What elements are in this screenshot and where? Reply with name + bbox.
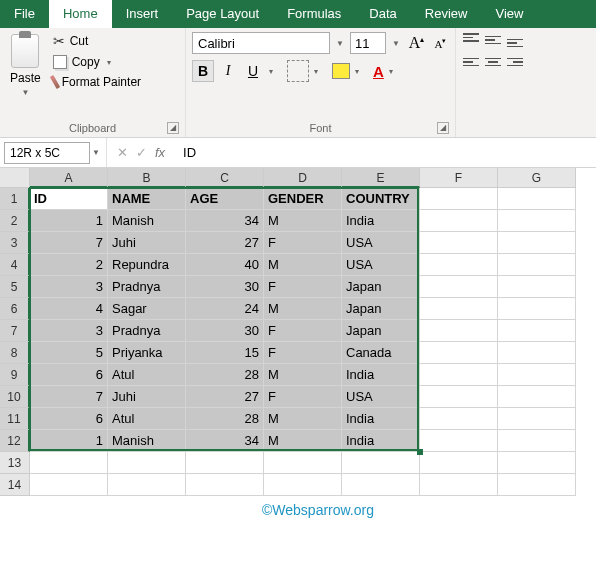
cell[interactable]: 34 — [186, 430, 264, 452]
cell[interactable]: Pradnya — [108, 320, 186, 342]
column-header[interactable]: G — [498, 168, 576, 188]
fill-color-button[interactable] — [332, 63, 350, 79]
format-painter-button[interactable]: Format Painter — [51, 74, 143, 90]
chevron-down-icon[interactable]: ▼ — [90, 148, 102, 157]
cell[interactable] — [498, 474, 576, 496]
align-middle-button[interactable] — [484, 32, 502, 48]
cell[interactable]: F — [264, 276, 342, 298]
align-top-button[interactable] — [462, 32, 480, 48]
cell[interactable]: 34 — [186, 210, 264, 232]
tab-formulas[interactable]: Formulas — [273, 0, 355, 28]
cell[interactable]: 40 — [186, 254, 264, 276]
column-header[interactable]: D — [264, 168, 342, 188]
cell[interactable]: India — [342, 408, 420, 430]
cell[interactable] — [498, 452, 576, 474]
fill-handle[interactable] — [417, 449, 423, 455]
cell[interactable] — [420, 474, 498, 496]
fx-icon[interactable]: fx — [155, 145, 165, 160]
italic-button[interactable]: I — [217, 60, 239, 82]
column-header[interactable]: F — [420, 168, 498, 188]
cell[interactable] — [30, 474, 108, 496]
tab-file[interactable]: File — [0, 0, 49, 28]
chevron-down-icon[interactable]: ▾ — [312, 67, 320, 76]
cell[interactable] — [420, 232, 498, 254]
row-header[interactable]: 4 — [0, 254, 30, 276]
copy-button[interactable]: Copy ▾ — [51, 54, 143, 70]
cell[interactable] — [498, 408, 576, 430]
tab-view[interactable]: View — [481, 0, 537, 28]
cell[interactable]: Japan — [342, 276, 420, 298]
cell[interactable] — [186, 452, 264, 474]
cell[interactable]: India — [342, 430, 420, 452]
cell[interactable] — [498, 386, 576, 408]
cell[interactable]: Sagar — [108, 298, 186, 320]
row-header[interactable]: 10 — [0, 386, 30, 408]
cell[interactable]: Atul — [108, 364, 186, 386]
cell[interactable]: F — [264, 320, 342, 342]
cell[interactable]: Japan — [342, 320, 420, 342]
cell[interactable] — [342, 474, 420, 496]
cell[interactable]: USA — [342, 386, 420, 408]
cell[interactable]: 30 — [186, 320, 264, 342]
cell[interactable]: Repundra — [108, 254, 186, 276]
cell[interactable] — [420, 408, 498, 430]
cell[interactable]: 7 — [30, 386, 108, 408]
select-all-corner[interactable] — [0, 168, 30, 188]
cell[interactable] — [264, 474, 342, 496]
cell[interactable] — [186, 474, 264, 496]
cell[interactable] — [498, 298, 576, 320]
cell[interactable] — [498, 210, 576, 232]
dialog-launcher-icon[interactable]: ◢ — [437, 122, 449, 134]
align-right-button[interactable] — [506, 54, 524, 70]
cell[interactable] — [498, 430, 576, 452]
formula-accept-icon[interactable]: ✓ — [136, 145, 147, 160]
row-header[interactable]: 6 — [0, 298, 30, 320]
cell[interactable]: India — [342, 210, 420, 232]
font-name-input[interactable] — [192, 32, 330, 54]
dialog-launcher-icon[interactable]: ◢ — [167, 122, 179, 134]
cell[interactable] — [420, 210, 498, 232]
cut-button[interactable]: ✂ Cut — [51, 32, 143, 50]
chevron-down-icon[interactable]: ▼ — [334, 39, 346, 48]
cell[interactable]: 27 — [186, 232, 264, 254]
cell[interactable]: 4 — [30, 298, 108, 320]
paste-button[interactable]: Paste ▼ — [6, 32, 45, 99]
cell[interactable]: 15 — [186, 342, 264, 364]
chevron-down-icon[interactable]: ▾ — [387, 67, 395, 76]
cell[interactable] — [264, 452, 342, 474]
chevron-down-icon[interactable]: ▾ — [267, 67, 275, 76]
cell[interactable]: Canada — [342, 342, 420, 364]
cell[interactable]: COUNTRY — [342, 188, 420, 210]
row-header[interactable]: 8 — [0, 342, 30, 364]
cell[interactable] — [420, 276, 498, 298]
cell[interactable]: 3 — [30, 276, 108, 298]
cell[interactable] — [108, 452, 186, 474]
cell[interactable]: 2 — [30, 254, 108, 276]
tab-home[interactable]: Home — [49, 0, 112, 28]
cell[interactable]: 1 — [30, 430, 108, 452]
cell[interactable]: Japan — [342, 298, 420, 320]
column-header[interactable]: B — [108, 168, 186, 188]
cell[interactable]: Juhi — [108, 232, 186, 254]
cell[interactable]: 7 — [30, 232, 108, 254]
cell[interactable]: India — [342, 364, 420, 386]
formula-cancel-icon[interactable]: ✕ — [117, 145, 128, 160]
cell[interactable] — [420, 320, 498, 342]
cell[interactable] — [420, 364, 498, 386]
cell[interactable] — [498, 254, 576, 276]
cell[interactable]: Atul — [108, 408, 186, 430]
row-header[interactable]: 11 — [0, 408, 30, 430]
cell[interactable]: 28 — [186, 364, 264, 386]
cell-grid[interactable]: IDNAMEAGEGENDERCOUNTRY1Manish34MIndia7Ju… — [30, 188, 576, 496]
borders-button[interactable] — [287, 60, 309, 82]
cell[interactable]: Pradnya — [108, 276, 186, 298]
cell[interactable]: USA — [342, 254, 420, 276]
cell[interactable]: M — [264, 210, 342, 232]
cell[interactable] — [30, 452, 108, 474]
cell[interactable] — [108, 474, 186, 496]
row-header[interactable]: 14 — [0, 474, 30, 496]
row-header[interactable]: 7 — [0, 320, 30, 342]
column-header[interactable]: C — [186, 168, 264, 188]
cell[interactable]: Manish — [108, 430, 186, 452]
cell[interactable]: M — [264, 430, 342, 452]
